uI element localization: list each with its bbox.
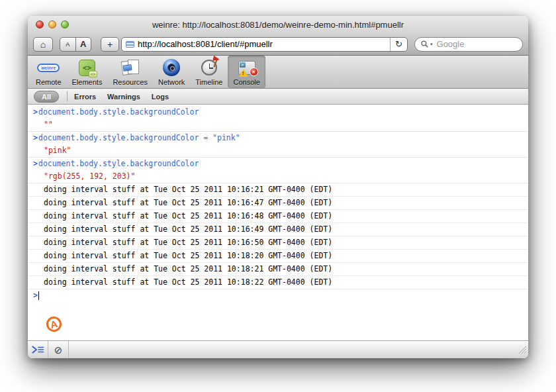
filter-divider (67, 91, 68, 101)
clear-console-icon: ⊘ (54, 345, 63, 355)
window-header: weinre: http://localhost:8081/demo/weinr… (28, 16, 528, 56)
console-log-row: doing interval stuff at Tue Oct 25 2011 … (28, 236, 528, 250)
address-bar-url: http://localhost:8081/client/#pmuellr (138, 39, 390, 49)
plus-icon: + (107, 39, 113, 50)
apache-logo-icon: A (45, 315, 64, 334)
clear-console-button[interactable]: ⊘ (48, 341, 69, 358)
console-command: document.body.style.backgroundColor (38, 158, 199, 170)
new-tab-button[interactable]: + (101, 37, 119, 52)
minimize-button[interactable] (48, 21, 56, 28)
decrease-font-button[interactable]: A (60, 38, 76, 51)
zoom-button[interactable] (61, 21, 69, 28)
toolbar-button-elements[interactable]: <><> Elements (67, 56, 108, 88)
reload-button[interactable]: ↻ (390, 38, 407, 51)
console-log-row: doing interval stuff at Tue Oct 25 2011 … (28, 263, 528, 276)
toolbar-button-console[interactable]: >!× Console (228, 56, 265, 88)
console-log-row: doing interval stuff at Tue Oct 25 2011 … (28, 183, 528, 197)
search-options-caret-icon[interactable]: ▾ (430, 42, 433, 47)
console-log-row: doing interval stuff at Tue Oct 25 2011 … (28, 223, 528, 236)
timeline-icon (201, 60, 217, 75)
close-button[interactable] (36, 21, 44, 28)
filter-logs[interactable]: Logs (152, 93, 169, 101)
console-prompt-icon (32, 346, 44, 354)
console-icon: >!× (238, 61, 255, 75)
console-filter-bar: All Errors Warnings Logs (28, 89, 528, 105)
input-prompt-icon: > (28, 289, 38, 302)
browser-window: weinre: http://localhost:8081/demo/weinr… (28, 16, 528, 358)
home-icon: ⌂ (40, 39, 46, 50)
browser-toolbar: ⌂ A A + http://localhost:8081/client/#pm… (28, 33, 528, 55)
text-cursor (38, 291, 39, 300)
filter-errors[interactable]: Errors (74, 93, 96, 101)
toolbar-button-remote[interactable]: weinre Remote (30, 56, 67, 88)
network-icon (163, 59, 180, 76)
status-bar: ⊘ (28, 340, 528, 358)
console-output[interactable]: >document.body.style.backgroundColor "" … (28, 105, 528, 340)
command-prompt-icon: > (28, 132, 38, 144)
home-button[interactable]: ⌂ (33, 37, 53, 52)
console-entry: >document.body.style.backgroundColor "rg… (28, 158, 528, 183)
console-log-row: doing interval stuff at Tue Oct 25 2011 … (28, 197, 528, 210)
weinre-badge-icon: weinre (37, 64, 60, 72)
console-entry: >document.body.style.backgroundColor "" (28, 106, 528, 132)
console-command: document.body.style.backgroundColor = "p… (38, 132, 240, 144)
resize-grip[interactable] (518, 345, 527, 357)
toolbar-button-resources[interactable]: Resources (107, 56, 153, 88)
toolbar-button-network[interactable]: Network (153, 56, 190, 88)
console-log-row: doing interval stuff at Tue Oct 25 2011 … (28, 250, 528, 263)
console-log-row: doing interval stuff at Tue Oct 25 2011 … (28, 210, 528, 223)
inspector-toolbar: weinre Remote <><> Elements Resources Ne… (28, 56, 528, 89)
command-prompt-icon: > (28, 106, 38, 119)
command-prompt-icon: > (28, 158, 38, 170)
filter-all[interactable]: All (34, 91, 59, 103)
resources-icon (121, 59, 140, 76)
search-input[interactable]: ▾ Google (414, 37, 523, 52)
console-result: "rgb(255, 192, 203)" (28, 170, 528, 183)
address-bar[interactable]: http://localhost:8081/client/#pmuellr ↻ (121, 37, 408, 52)
increase-font-button[interactable]: A (76, 38, 91, 51)
console-result: "pink" (28, 144, 528, 157)
filter-warnings[interactable]: Warnings (107, 93, 140, 101)
reload-icon: ↻ (395, 39, 402, 49)
console-input-line[interactable]: > (28, 289, 528, 302)
toolbar-button-timeline[interactable]: Timeline (190, 56, 228, 88)
console-entry: >document.body.style.backgroundColor = "… (28, 132, 528, 158)
font-size-segmented-control: A A (60, 37, 91, 52)
console-log-row: doing interval stuff at Tue Oct 25 2011 … (28, 276, 528, 289)
console-command: document.body.style.backgroundColor (38, 106, 199, 119)
search-placeholder: Google (437, 39, 465, 49)
console-result: "" (28, 119, 528, 131)
elements-icon: <><> (79, 60, 95, 76)
window-title: weinre: http://localhost:8081/demo/weinr… (28, 20, 528, 30)
page-favicon-icon (126, 41, 134, 48)
show-console-button[interactable] (28, 341, 48, 358)
titlebar[interactable]: weinre: http://localhost:8081/demo/weinr… (28, 16, 528, 33)
search-icon (421, 40, 428, 48)
